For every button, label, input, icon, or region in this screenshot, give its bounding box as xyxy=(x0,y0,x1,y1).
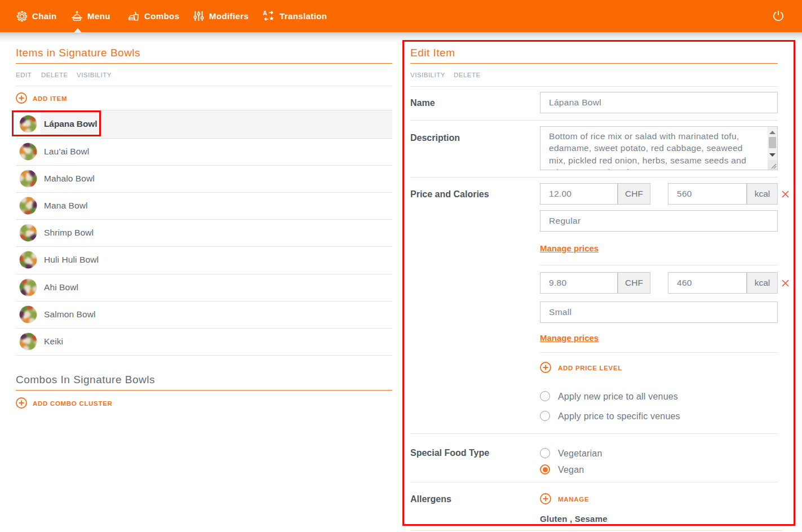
svg-text:A: A xyxy=(263,10,268,16)
